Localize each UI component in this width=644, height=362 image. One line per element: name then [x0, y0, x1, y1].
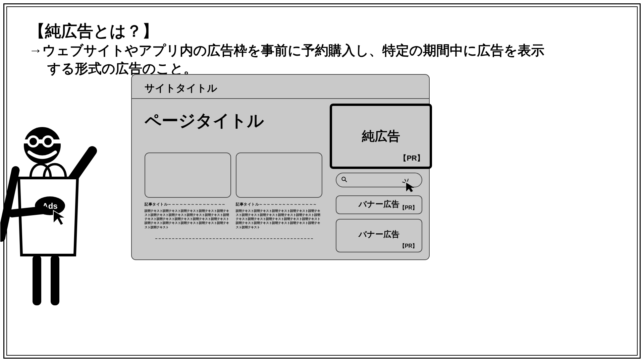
outer-frame: 【純広告とは？】 →ウェブサイトやアプリ内の広告枠を事前に予約購入し、特定の期間… [3, 3, 641, 359]
slide-description: →ウェブサイトやアプリ内の広告枠を事前に予約購入し、特定の期間中に広告を表示 す… [29, 41, 615, 77]
pure-ad-label: 純広告 [362, 128, 400, 145]
site-title: サイトタイトル [145, 82, 217, 94]
pure-ad-slot[interactable]: 純広告 【PR】 [330, 104, 432, 169]
banner-ad-label: バナー広告 [359, 229, 399, 240]
banner-ad-label: バナー広告 [359, 199, 399, 209]
banner-ad-slot[interactable]: バナー広告 【PR】 [336, 195, 422, 214]
svg-line-13 [345, 180, 346, 182]
article-thumbnail [145, 153, 231, 198]
desc-line1: →ウェブサイトやアプリ内の広告枠を事前に予約購入し、特定の期間中に広告を表示 [29, 43, 544, 58]
search-icon [341, 176, 347, 184]
svg-rect-10 [33, 255, 41, 305]
svg-rect-11 [51, 255, 59, 305]
banner-ad-slot[interactable]: バナー広告 【PR】 [336, 219, 422, 252]
svg-line-15 [402, 182, 405, 183]
svg-line-14 [405, 179, 406, 181]
article-card: 記事タイトル～～～～～～～～～～～～～～～ 説明テキスト説明テキスト説明テキスト… [145, 153, 231, 229]
svg-point-4 [30, 138, 37, 145]
section-divider [155, 238, 313, 239]
article-body: 説明テキスト説明テキスト説明テキスト説明テキスト説明テキスト説明テキスト説明テキ… [236, 209, 322, 229]
article-title: 記事タイトル～～～～～～～～～～～～～～～ [236, 202, 322, 207]
site-header: サイトタイトル [132, 75, 429, 99]
svg-point-6 [44, 138, 52, 145]
pr-badge: 【PR】 [399, 153, 424, 163]
article-list: 記事タイトル～～～～～～～～～～～～～～～ 説明テキスト説明テキスト説明テキスト… [145, 153, 322, 229]
pr-badge: 【PR】 [399, 243, 418, 250]
article-body: 説明テキスト説明テキスト説明テキスト説明テキスト説明テキスト説明テキスト説明テキ… [145, 209, 231, 229]
pr-badge: 【PR】 [399, 204, 418, 212]
svg-rect-7 [0, 166, 20, 243]
svg-line-16 [408, 179, 408, 181]
mascot-illustration: Ads [0, 123, 114, 320]
article-thumbnail [236, 153, 322, 198]
cursor-click-icon [401, 178, 416, 193]
inner-frame: 【純広告とは？】 →ウェブサイトやアプリ内の広告枠を事前に予約購入し、特定の期間… [6, 6, 638, 356]
slide-heading: 【純広告とは？】 [29, 20, 158, 42]
article-card: 記事タイトル～～～～～～～～～～～～～～～ 説明テキスト説明テキスト説明テキスト… [236, 153, 322, 229]
article-title: 記事タイトル～～～～～～～～～～～～～～～ [145, 202, 231, 207]
